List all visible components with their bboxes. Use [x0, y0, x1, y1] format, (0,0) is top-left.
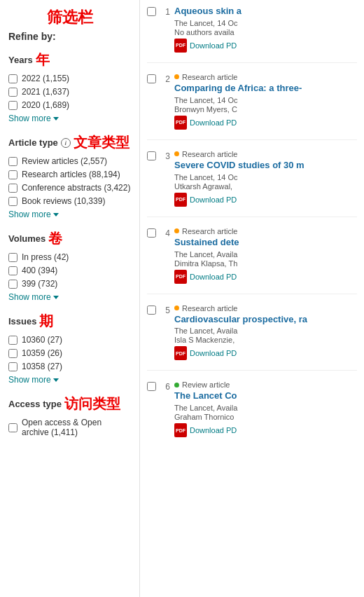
article-type-label-3: Book reviews (10,339) [22, 196, 105, 206]
download-row-2: PDF Download PD [174, 193, 357, 207]
article-content-1: Research article Comparing de Africa: a … [174, 73, 357, 130]
years-annotation: 年 [36, 50, 50, 69]
access-type-label-0: Open access & Open archive (1,411) [22, 418, 131, 437]
article-type-annotation: 文章类型 [74, 133, 130, 152]
article-select-4[interactable] [147, 306, 156, 315]
article-title-2[interactable]: Severe COVID studies of 30 m [174, 160, 357, 172]
access-type-title: Access type 访问类型 [8, 394, 131, 413]
article-type-badge-5: Review article [174, 380, 357, 389]
article-dot-3 [174, 228, 179, 233]
year-label-1: 2021 (1,637) [22, 87, 69, 97]
article-item-3: 4 Research article Sustained dete The La… [147, 227, 357, 284]
article-item-4: 5 Research article Cardiovascular prospe… [147, 304, 357, 361]
access-type-item-0: Open access & Open archive (1,411) [8, 418, 131, 437]
issue-checkbox-1[interactable] [8, 349, 18, 358]
volumes-annotation: 卷 [48, 229, 62, 248]
pdf-icon-2: PDF [174, 193, 187, 207]
volume-item-0: In press (42) [8, 252, 131, 262]
pdf-icon-4: PDF [174, 346, 187, 360]
article-checkbox-3 [147, 228, 156, 284]
article-type-badge-3: Research article [174, 227, 357, 235]
year-checkbox-1[interactable] [8, 88, 18, 97]
article-type-checkbox-3[interactable] [8, 197, 18, 206]
refine-title: Refine by: [8, 31, 131, 42]
article-journal-4: The Lancet, Availa [174, 327, 357, 335]
article-type-item-2: Conference abstracts (3,422) [8, 183, 131, 193]
article-number-0: 1 [160, 7, 170, 53]
article-select-0[interactable] [147, 7, 156, 16]
article-number-4: 5 [160, 306, 170, 361]
article-title-3[interactable]: Sustained dete [174, 237, 357, 249]
download-link-5[interactable]: Download PD [190, 426, 237, 434]
volume-checkbox-2[interactable] [8, 280, 18, 289]
article-title-0[interactable]: Aqueous skin a [174, 6, 357, 18]
years-title: Years 年 [8, 50, 131, 69]
issues-chevron-icon [53, 378, 59, 382]
article-authors-0: No authors availa [174, 28, 357, 36]
article-checkbox-0 [147, 7, 156, 53]
download-row-0: PDF Download PD [174, 39, 357, 53]
article-type-checkbox-0[interactable] [8, 157, 18, 166]
years-show-more[interactable]: Show more [8, 114, 131, 123]
download-link-1[interactable]: Download PD [190, 118, 237, 127]
volume-checkbox-1[interactable] [8, 266, 18, 275]
download-row-1: PDF Download PD [174, 116, 357, 130]
article-number-2: 3 [160, 151, 170, 207]
access-type-section: Access type 访问类型 Open access & Open arch… [8, 394, 131, 437]
article-title-4[interactable]: Cardiovascular prospective, ra [174, 314, 357, 326]
volumes-show-more[interactable]: Show more [8, 292, 131, 302]
download-link-4[interactable]: Download PD [190, 349, 237, 357]
article-type-checkbox-1[interactable] [8, 170, 18, 179]
download-link-0[interactable]: Download PD [190, 41, 237, 50]
issues-show-more[interactable]: Show more [8, 375, 131, 385]
article-type-label-3: Research article [182, 227, 237, 235]
article-content-0: Aqueous skin a The Lancet, 14 Oc No auth… [174, 6, 357, 53]
year-label-2: 2020 (1,689) [22, 100, 69, 110]
article-type-help-icon[interactable]: i [61, 138, 71, 148]
article-select-5[interactable] [147, 382, 156, 391]
article-item-5: 6 Review article The Lancet Co The Lance… [147, 380, 357, 437]
article-select-2[interactable] [147, 151, 156, 160]
year-checkbox-0[interactable] [8, 74, 18, 83]
article-type-badge-4: Research article [174, 304, 357, 313]
volume-label-2: 399 (732) [22, 279, 57, 289]
access-type-checkbox-0[interactable] [8, 423, 18, 432]
article-title-1[interactable]: Comparing de Africa: a three- [174, 83, 357, 95]
left-panel: 筛选栏 Refine by: Years 年 2022 (1,155) 2021… [0, 0, 140, 597]
article-authors-1: Bronwyn Myers, C [174, 105, 357, 114]
article-type-show-more[interactable]: Show more [8, 210, 131, 219]
pdf-icon-3: PDF [174, 270, 187, 284]
article-item-0: 1 Aqueous skin a The Lancet, 14 Oc No au… [147, 6, 357, 53]
issue-checkbox-2[interactable] [8, 362, 18, 371]
article-number-5: 6 [160, 382, 170, 437]
article-type-chevron-icon [53, 213, 59, 217]
article-type-checkbox-2[interactable] [8, 184, 18, 193]
article-content-4: Research article Cardiovascular prospect… [174, 304, 357, 361]
article-select-3[interactable] [147, 228, 156, 238]
volume-checkbox-0[interactable] [8, 253, 18, 262]
download-link-3[interactable]: Download PD [190, 273, 237, 281]
year-label-0: 2022 (1,155) [22, 74, 69, 83]
article-journal-3: The Lancet, Availa [174, 250, 357, 259]
article-type-label-5: Review article [182, 380, 230, 389]
article-checkbox-2 [147, 151, 156, 207]
download-row-4: PDF Download PD [174, 346, 357, 360]
article-number-3: 4 [160, 228, 170, 284]
article-type-item-0: Review articles (2,557) [8, 156, 131, 166]
volume-label-0: In press (42) [22, 252, 69, 262]
download-link-2[interactable]: Download PD [190, 195, 237, 204]
years-chevron-icon [53, 117, 59, 121]
article-type-item-3: Book reviews (10,339) [8, 196, 131, 206]
pdf-icon-0: PDF [174, 39, 187, 53]
article-authors-4: Isla S Mackenzie, [174, 336, 357, 344]
issue-label-0: 10360 (27) [22, 335, 62, 345]
right-panel: 1 Aqueous skin a The Lancet, 14 Oc No au… [140, 0, 364, 597]
article-number-1: 2 [160, 74, 170, 130]
article-title-5[interactable]: The Lancet Co [174, 390, 357, 402]
article-dot-2 [174, 151, 179, 156]
article-select-1[interactable] [147, 74, 156, 83]
issue-checkbox-0[interactable] [8, 336, 18, 345]
volumes-title: Volumes 卷 [8, 229, 131, 248]
year-checkbox-2[interactable] [8, 101, 18, 110]
volume-item-2: 399 (732) [8, 279, 131, 289]
